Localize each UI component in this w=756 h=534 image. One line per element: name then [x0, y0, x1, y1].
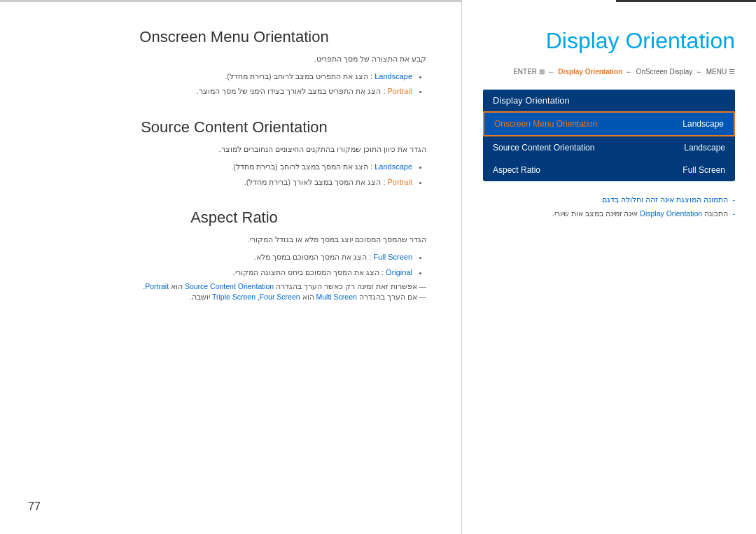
- osd-row-aspect-label: Aspect Ratio: [493, 165, 540, 175]
- aspect-ratio-list: Full Screen : הצג את המסך המסוכם במסך מל…: [42, 251, 426, 280]
- source-content-title: Source Content Orientation: [42, 118, 426, 136]
- list-item: Portrait : הצג את המסך במצב לאורך (ברירת…: [42, 176, 412, 190]
- item-text: : הצג את התפריט במצב לאורך בצידו הימני ש…: [197, 87, 386, 95]
- aspect-ratio-desc: הגדר שהמסך המסוכם יוצג במסך מלא או בגודל…: [42, 234, 426, 246]
- keyword-triplescreen: Triple Screen ,Four Screen: [212, 293, 300, 301]
- onscreen-menu-list: Landscape : הצג את התפריט במצב לרוחב (בר…: [42, 70, 426, 99]
- osd-row-source[interactable]: Source Content Orientation Landscape: [483, 136, 735, 159]
- keyword-landscape: Landscape: [374, 72, 412, 80]
- note-link-1: התמונה המוצגת אינה זהה וחלולה בדגם.: [600, 195, 728, 204]
- list-item: Original : הצג את המסך המסוכם ביחס התצוג…: [42, 266, 412, 280]
- bc-sep2: ←: [626, 68, 635, 76]
- onscreen-menu-title: Onscreen Menu Orientation: [42, 28, 426, 46]
- item-text: : הצג את התפריט במצב לרוחב (ברירת מחדל).: [225, 72, 372, 80]
- bc-sep3: ←: [696, 68, 705, 76]
- osd-row-onscreen-label: Onscreen Menu Orientation: [494, 119, 597, 129]
- notes-section: התמונה המוצגת אינה זהה וחלולה בדגם. התכו…: [483, 195, 735, 218]
- left-panel: Onscreen Menu Orientation קבע את התצורה …: [0, 0, 462, 534]
- keyword-source-orient: Source Content Orientation: [185, 282, 274, 290]
- item-text: : הצג את המסך במצב לאורך (ברירת מחדל).: [244, 178, 386, 186]
- section-onscreen-menu: Onscreen Menu Orientation קבע את התצורה …: [42, 28, 426, 99]
- osd-menu: Display Orientation Onscreen Menu Orient…: [483, 90, 735, 181]
- page-container: Onscreen Menu Orientation קבע את התצורה …: [0, 0, 756, 534]
- osd-row-aspect-value: Full Screen: [682, 165, 725, 175]
- bc-display-orientation: Display Orientation: [558, 68, 622, 76]
- note-text-2b: אינה זמינה במצב אות שיורי.: [552, 209, 638, 218]
- note-item-2: התכונה Display Orientation אינה זמינה במ…: [483, 209, 735, 218]
- item-text: : הצג את המסך במצב לרוחב (ברירת מחדל).: [231, 162, 372, 171]
- note-link-2: Display Orientation: [640, 209, 702, 218]
- top-line: [0, 0, 461, 2]
- osd-row-onscreen[interactable]: Onscreen Menu Orientation Landscape: [483, 111, 735, 136]
- osd-row-onscreen-value: Landscape: [682, 119, 724, 129]
- aspect-ratio-title: Aspect Ratio: [42, 209, 426, 227]
- osd-menu-header: Display Orientation: [483, 90, 735, 111]
- item-text: : הצג את המסך המסוכם במסך מלא.: [254, 253, 371, 261]
- note-text-2a: התכונה: [702, 209, 728, 218]
- list-item: Landscape : הצג את המסך במצב לרוחב (בריר…: [42, 160, 412, 174]
- bc-sep1: ←: [548, 68, 557, 76]
- section-source-content: Source Content Orientation הגדר את כיוון…: [42, 118, 426, 189]
- osd-row-source-label: Source Content Orientation: [493, 143, 594, 153]
- source-content-desc: הגדר את כיוון התוכן שמקורו בהתקנים החיצו…: [42, 143, 426, 156]
- source-content-list: Landscape : הצג את המסך במצב לרוחב (בריר…: [42, 160, 426, 190]
- right-panel: Display Orientation ENTER ⊞ ← Display Or…: [462, 0, 756, 534]
- bc-onscreen: OnScreen Display: [636, 68, 693, 76]
- keyword-fullscreen: Full Screen: [373, 253, 412, 261]
- keyword-original: Original: [386, 268, 412, 276]
- section-aspect-ratio: Aspect Ratio הגדר שהמסך המסוכם יוצג במסך…: [42, 209, 426, 300]
- note-multiscreen: — אם הערך בהגדרה Multi Screen הוא Triple…: [42, 293, 426, 301]
- list-item: Portrait : הצג את התפריט במצב לאורך בציד…: [42, 85, 412, 99]
- osd-row-source-value: Landscape: [684, 143, 725, 153]
- bc-menu: MENU ☰: [706, 68, 735, 76]
- keyword-landscape-2: Landscape: [374, 162, 412, 171]
- onscreen-menu-desc: קבע את התצורה של מסך התפריט.: [42, 53, 426, 66]
- list-item: Landscape : הצג את התפריט במצב לרוחב (בר…: [42, 70, 412, 84]
- keyword-portrait: Portrait: [388, 87, 412, 95]
- keyword-portrait-ref: Portrait: [145, 282, 169, 290]
- display-orientation-title: Display Orientation: [483, 28, 735, 54]
- osd-row-aspect[interactable]: Aspect Ratio Full Screen: [483, 159, 735, 181]
- note-portrait: — אפשרות זאת זמינה רק כאשר הערך בהגדרה S…: [42, 282, 426, 290]
- keyword-multiscreen: Multi Screen: [316, 293, 356, 301]
- right-top-bar: [616, 0, 756, 2]
- list-item: Full Screen : הצג את המסך המסוכם במסך מל…: [42, 251, 412, 265]
- item-text: : הצג את המסך המסוכם ביחס התצוגה המקורי.: [233, 268, 384, 276]
- keyword-portrait-2: Portrait: [388, 178, 412, 186]
- page-number: 77: [28, 500, 41, 513]
- breadcrumb: ENTER ⊞ ← Display Orientation ← OnScreen…: [483, 68, 735, 76]
- bc-enter: ENTER ⊞: [513, 68, 545, 76]
- note-item-1: התמונה המוצגת אינה זהה וחלולה בדגם.: [483, 195, 735, 204]
